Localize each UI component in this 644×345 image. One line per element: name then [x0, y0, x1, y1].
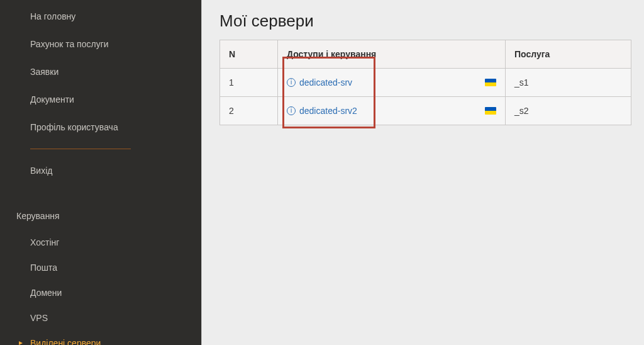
flag-ua-icon	[485, 107, 496, 115]
server-link[interactable]: i dedicated-srv2	[287, 106, 357, 116]
sidebar-item-dedicated[interactable]: Виділені сервери	[0, 331, 201, 345]
sidebar-item-domains[interactable]: Домени	[0, 280, 201, 305]
table-row: 2 i dedicated-srv2 _s2	[220, 97, 631, 125]
server-name: dedicated-srv2	[299, 106, 357, 116]
sidebar-item-billing[interactable]: Рахунок та послуги	[0, 30, 201, 58]
th-n: N	[220, 40, 278, 69]
sidebar-section-manage: Керування	[0, 202, 201, 230]
sidebar: На головну Рахунок та послуги Заявки Док…	[0, 0, 201, 345]
info-icon: i	[287, 78, 296, 87]
sidebar-item-documents[interactable]: Документи	[0, 86, 201, 113]
sidebar-item-vps[interactable]: VPS	[0, 305, 201, 331]
cell-access: i dedicated-srv	[278, 69, 506, 97]
cell-n: 1	[220, 69, 278, 97]
sidebar-item-home[interactable]: На головну	[0, 3, 201, 30]
sidebar-item-mail[interactable]: Пошта	[0, 255, 201, 280]
sidebar-item-hosting[interactable]: Хостінг	[0, 230, 201, 255]
cell-service: _s2	[506, 97, 631, 125]
table-header-row: N Доступи і керування Послуга	[220, 40, 631, 69]
info-icon: i	[287, 106, 296, 115]
sidebar-item-tickets[interactable]: Заявки	[0, 58, 201, 86]
server-name: dedicated-srv	[299, 77, 352, 88]
main-content: Мої сервери N Доступи і керування Послуг…	[201, 0, 644, 345]
page-title: Мої сервери	[219, 11, 631, 31]
server-link[interactable]: i dedicated-srv	[287, 77, 352, 88]
servers-table: N Доступи і керування Послуга 1 i dedica…	[219, 40, 631, 125]
sidebar-item-logout[interactable]: Вихід	[0, 157, 201, 184]
flag-ua-icon	[485, 79, 496, 86]
table-row: 1 i dedicated-srv _s1	[220, 69, 631, 97]
cell-service: _s1	[506, 69, 631, 97]
sidebar-item-profile[interactable]: Профіль користувача	[0, 113, 201, 141]
th-service: Послуга	[506, 40, 631, 69]
cell-n: 2	[220, 97, 278, 125]
th-access: Доступи і керування	[278, 40, 506, 69]
cell-access: i dedicated-srv2	[278, 97, 506, 125]
sidebar-divider	[30, 149, 131, 149]
